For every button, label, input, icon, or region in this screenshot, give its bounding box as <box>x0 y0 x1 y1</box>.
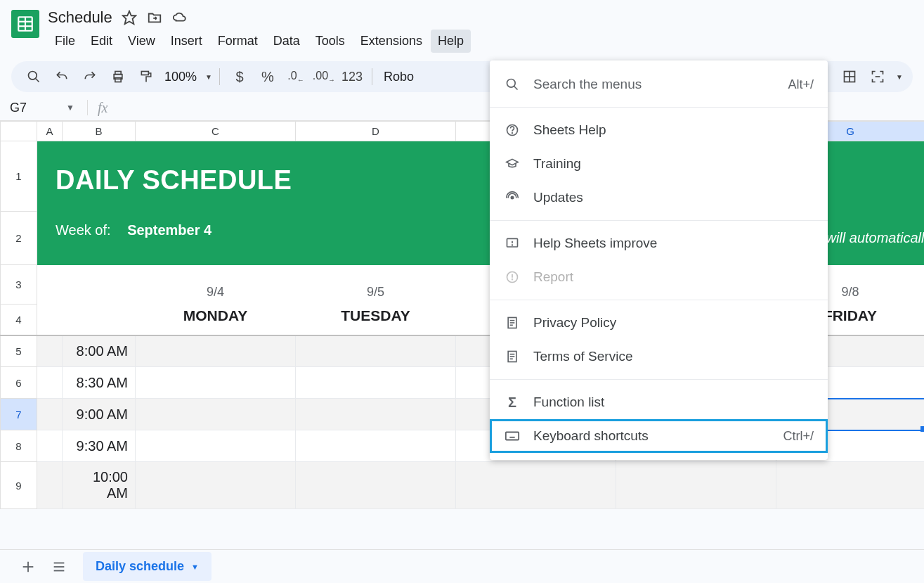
document-icon <box>504 348 521 365</box>
row-header-6[interactable]: 6 <box>1 367 37 399</box>
svg-point-21 <box>512 245 513 245</box>
row-header-4[interactable]: 4 <box>1 305 37 335</box>
sigma-icon: Σ <box>504 394 521 411</box>
menu-file[interactable]: File <box>48 30 82 53</box>
svg-line-15 <box>514 87 518 90</box>
help-training[interactable]: Training <box>490 147 828 181</box>
name-box[interactable]: G7▼ <box>3 101 82 115</box>
svg-point-17 <box>512 133 513 134</box>
format-currency[interactable]: $ <box>227 64 252 89</box>
svg-point-14 <box>507 79 516 88</box>
all-sheets-button[interactable] <box>45 553 73 581</box>
col-header-d[interactable]: D <box>296 122 456 141</box>
search-icon <box>504 76 521 93</box>
day-tue[interactable]: TUESDAY <box>296 305 456 335</box>
help-menu: Search the menus Alt+/ Sheets Help Train… <box>490 60 828 460</box>
menu-tools[interactable]: Tools <box>308 30 352 53</box>
cloud-status-icon[interactable] <box>171 9 188 26</box>
undo-icon[interactable] <box>49 64 74 89</box>
col-header-b[interactable]: B <box>63 122 136 141</box>
sheet-tab-caret-icon[interactable]: ▼ <box>191 563 199 571</box>
help-terms[interactable]: Terms of Service <box>490 340 828 373</box>
svg-rect-33 <box>506 433 519 440</box>
help-keyboard-shortcuts[interactable]: Keyboard shortcuts Ctrl+/ <box>490 419 828 453</box>
day-mon[interactable]: MONDAY <box>136 305 296 335</box>
select-all-corner[interactable] <box>1 122 37 141</box>
alert-circle-icon <box>504 269 521 286</box>
help-function-list[interactable]: Σ Function list <box>490 385 828 419</box>
merge-caret-icon[interactable]: ▼ <box>896 73 903 81</box>
help-report: Report <box>490 260 828 294</box>
zoom-caret-icon[interactable]: ▼ <box>205 73 212 81</box>
decrease-decimal-icon[interactable]: .0← <box>283 64 308 89</box>
time-1[interactable]: 8:30 AM <box>63 367 136 399</box>
graduation-icon <box>504 155 521 172</box>
row-header-2[interactable]: 2 <box>1 212 37 265</box>
doc-title[interactable]: Schedule <box>48 8 112 27</box>
menu-help[interactable]: Help <box>431 30 471 53</box>
help-sheets-help[interactable]: Sheets Help <box>490 113 828 147</box>
svg-point-24 <box>512 279 513 280</box>
time-3[interactable]: 9:30 AM <box>63 430 136 462</box>
more-formats[interactable]: 123 <box>339 64 365 89</box>
svg-marker-4 <box>123 11 136 24</box>
antenna-icon <box>504 189 521 206</box>
menu-edit[interactable]: Edit <box>84 30 119 53</box>
row-header-5[interactable]: 5 <box>1 335 37 367</box>
help-privacy[interactable]: Privacy Policy <box>490 306 828 340</box>
menu-format[interactable]: Format <box>211 30 265 53</box>
menu-insert[interactable]: Insert <box>164 30 209 53</box>
document-icon <box>504 314 521 331</box>
fx-icon: fx <box>93 100 112 116</box>
redo-icon[interactable] <box>77 64 103 89</box>
row-header-1[interactable]: 1 <box>1 141 37 212</box>
row-header-3[interactable]: 3 <box>1 265 37 305</box>
merge-cells-icon[interactable] <box>865 64 890 89</box>
time-0[interactable]: 8:00 AM <box>63 335 136 367</box>
star-icon[interactable] <box>121 9 138 26</box>
increase-decimal-icon[interactable]: .00→ <box>311 64 337 89</box>
time-4[interactable]: 10:00 AM <box>63 462 136 509</box>
sheet-tabs-bar: Daily schedule ▼ <box>0 549 924 583</box>
svg-point-5 <box>29 72 37 80</box>
help-search-menus[interactable]: Search the menus Alt+/ <box>490 68 828 101</box>
paint-format-icon[interactable] <box>134 64 159 89</box>
sheets-logo[interactable] <box>11 10 39 38</box>
move-folder-icon[interactable] <box>146 9 163 26</box>
row-header-9[interactable]: 9 <box>1 462 37 509</box>
borders-icon[interactable] <box>837 64 862 89</box>
zoom-level[interactable]: 100% <box>162 70 200 84</box>
question-circle-icon <box>504 122 521 139</box>
svg-rect-10 <box>141 72 148 75</box>
date-mon[interactable]: 9/4 <box>136 265 296 305</box>
menu-view[interactable]: View <box>121 30 162 53</box>
menu-data[interactable]: Data <box>266 30 307 53</box>
col-header-a[interactable]: A <box>37 122 63 141</box>
format-percent[interactable]: % <box>255 64 280 89</box>
menubar: File Edit View Insert Format Data Tools … <box>48 28 913 54</box>
date-tue[interactable]: 9/5 <box>296 265 456 305</box>
svg-line-6 <box>36 79 39 82</box>
row-header-8[interactable]: 8 <box>1 430 37 462</box>
search-icon[interactable] <box>21 64 46 89</box>
svg-point-18 <box>511 196 513 198</box>
sheet-tab-active[interactable]: Daily schedule ▼ <box>83 552 212 581</box>
sheet-tab-label: Daily schedule <box>96 559 184 574</box>
svg-rect-8 <box>115 72 121 75</box>
time-2[interactable]: 9:00 AM <box>63 399 136 430</box>
print-icon[interactable] <box>105 64 131 89</box>
menu-extensions[interactable]: Extensions <box>353 30 429 53</box>
keyboard-icon <box>504 428 521 444</box>
add-sheet-button[interactable] <box>14 553 42 581</box>
week-label: Week of: <box>56 222 111 238</box>
col-header-c[interactable]: C <box>136 122 296 141</box>
row-header-7[interactable]: 7 <box>1 399 37 430</box>
help-improve[interactable]: Help Sheets improve <box>490 226 828 260</box>
week-date: September 4 <box>127 222 212 238</box>
help-updates[interactable]: Updates <box>490 181 828 214</box>
feedback-icon <box>504 235 521 252</box>
font-selector[interactable]: Robo <box>379 70 415 84</box>
